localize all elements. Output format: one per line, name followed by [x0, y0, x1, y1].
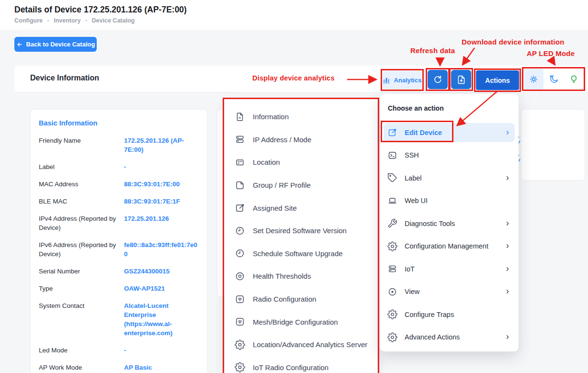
annotation-refresh-data: Refresh data	[410, 46, 455, 55]
menu-item-label: IP Address / Mode	[253, 136, 311, 144]
info-label: Serial Number	[39, 267, 124, 276]
info-row-led-mode: Led Mode -	[39, 346, 200, 355]
download-device-information-button[interactable]	[451, 70, 471, 89]
clock-icon	[235, 248, 245, 259]
basic-information-title: Basic Information	[39, 119, 200, 127]
breadcrumb-item-device-catalog[interactable]: Device Catalog	[92, 17, 135, 24]
actions-button[interactable]: Actions	[476, 70, 519, 90]
action-item-label: Label	[405, 174, 421, 182]
server-icon	[387, 264, 397, 274]
action-item-view[interactable]: View	[380, 281, 519, 304]
led-mode-blink-button[interactable]	[564, 68, 584, 90]
action-item-configure-traps[interactable]: Configure Traps	[380, 303, 519, 326]
actions-button-label: Actions	[485, 77, 509, 84]
breadcrumb-separator: -	[85, 17, 87, 24]
gear-icon	[387, 241, 397, 251]
refresh-icon	[433, 75, 442, 84]
sun-icon	[529, 74, 539, 84]
led-mode-night-button[interactable]	[543, 68, 564, 90]
info-label: Friendly Name	[39, 136, 124, 154]
info-value: 172.25.201.126	[124, 214, 200, 232]
chevron-right-icon	[504, 334, 511, 340]
edit-menu-item-information[interactable]: Information	[225, 105, 377, 128]
clock-icon	[235, 226, 245, 236]
info-label: IPv4 Address (Reported by Device)	[39, 214, 124, 232]
menu-item-label: Radio Configuration	[253, 295, 317, 303]
breadcrumb-item-inventory[interactable]: Inventory	[54, 17, 80, 24]
edit-menu-item-location-advanced-analytics-server[interactable]: Location/Advanced Analytics Server	[225, 333, 377, 356]
info-label: Label	[39, 162, 124, 171]
menu-item-label: Schedule Software Upgrade	[253, 249, 343, 258]
info-row-ap-work-mode: AP Work Mode AP Basic	[39, 363, 200, 372]
led-mode-normal-button[interactable]	[523, 68, 543, 90]
edit-menu-item-group-rf-profile[interactable]: Group / RF Profile	[225, 174, 377, 197]
menu-item-label: Location	[253, 158, 280, 166]
arrow-left-icon	[16, 41, 23, 48]
info-value: -	[124, 346, 200, 355]
action-item-label[interactable]: Label	[380, 167, 519, 190]
moon-icon	[549, 74, 559, 84]
edit-menu-item-mesh-bridge-configuration[interactable]: Mesh/Bridge Configuration	[225, 310, 377, 333]
action-item-label: Web UI	[405, 197, 428, 204]
menu-item-label: Information	[253, 113, 289, 121]
basic-information-card: Basic Information Friendly Name 172.25.2…	[30, 109, 207, 373]
laptop-icon	[387, 196, 397, 206]
edit-menu-item-set-desired-software-version[interactable]: Set Desired Software Version	[225, 219, 377, 242]
edit-menu-item-health-thresholds[interactable]: Health Thresholds	[225, 265, 377, 288]
action-item-edit-device[interactable]: Edit Device	[384, 123, 515, 142]
action-item-web-ui[interactable]: Web UI	[380, 190, 519, 213]
gear-icon	[235, 339, 245, 350]
breadcrumb-item-configure[interactable]: Configure	[14, 17, 43, 24]
page-title: Details of Device 172.25.201.126 (AP-7E:…	[14, 5, 187, 15]
action-item-ssh[interactable]: SSH	[380, 144, 519, 167]
info-label: MAC Address	[39, 180, 124, 189]
edit-menu-item-assigned-site[interactable]: Assigned Site	[225, 196, 377, 219]
menu-item-label: Mesh/Bridge Configuration	[253, 318, 338, 326]
refresh-button[interactable]	[428, 70, 448, 89]
basic-information-rows: Friendly Name 172.25.201.126 (AP-7E:00) …	[39, 136, 200, 372]
page-fold-icon	[235, 180, 245, 191]
action-item-diagnostic-tools[interactable]: Diagnostic Tools	[380, 212, 519, 235]
menu-item-label: Assigned Site	[253, 204, 297, 212]
action-item-configuration-management[interactable]: Configuration Management	[380, 235, 519, 258]
file-download-icon	[456, 75, 466, 85]
info-value: 88:3C:93:01:7E:00	[124, 180, 200, 189]
analytics-button[interactable]: Analytics	[383, 71, 422, 89]
edit-menu-item-iot-radio-configuration[interactable]: IoT Radio Configuration	[225, 356, 377, 373]
info-label: IPv6 Address (Reported by Device)	[39, 240, 124, 259]
info-row-system-contact: System Contact Alcatel-Lucent Enterprise…	[39, 301, 200, 338]
gear-icon	[387, 309, 397, 319]
breadcrumb: Configure - Inventory - Device Catalog	[14, 17, 135, 24]
info-row-serial-number: Serial Number GSZ244300015	[39, 267, 200, 276]
info-label: Type	[39, 284, 124, 293]
action-item-label: Advanced Actions	[405, 333, 460, 341]
actions-menu-title: Choose an action	[388, 104, 444, 112]
card-icon	[235, 157, 245, 168]
menu-item-label: IoT Radio Configuration	[253, 363, 328, 372]
action-item-label: View	[405, 288, 419, 295]
back-to-device-catalog-button[interactable]: Back to Device Catalog	[14, 37, 97, 52]
analytics-button-label: Analytics	[394, 77, 422, 84]
chevron-right-icon	[504, 243, 511, 249]
wrench-icon	[387, 218, 397, 228]
terminal-icon	[387, 150, 397, 160]
edit-menu-item-location[interactable]: Location	[225, 151, 377, 174]
page-header: Details of Device 172.25.201.126 (AP-7E:…	[0, 0, 588, 30]
eye-icon	[387, 287, 397, 297]
chevron-right-icon	[504, 266, 511, 272]
edit-menu-item-radio-configuration[interactable]: Radio Configuration	[225, 288, 377, 311]
info-value: 172.25.201.126 (AP-7E:00)	[124, 136, 200, 154]
action-item-label: Edit Device	[405, 129, 442, 136]
action-item-label: Configuration Management	[405, 242, 488, 250]
edit-menu-item-schedule-software-upgrade[interactable]: Schedule Software Upgrade	[225, 242, 377, 265]
action-item-iot[interactable]: IoT	[380, 258, 519, 281]
chevron-right-icon	[504, 175, 511, 181]
tag-icon	[387, 173, 397, 183]
card-title: Device Information	[30, 74, 99, 82]
action-item-advanced-actions[interactable]: Advanced Actions	[380, 326, 519, 349]
info-label: BLE MAC	[39, 197, 124, 206]
annotation-ap-led-mode: AP LED Mode	[527, 49, 575, 57]
info-row-ble-mac: BLE MAC 88:3C:93:01:7E:1F	[39, 197, 200, 206]
info-value: fe80::8a3c:93ff:fe01:7e00	[124, 240, 200, 259]
edit-menu-item-ip-address-mode[interactable]: IP Address / Mode	[225, 128, 377, 151]
